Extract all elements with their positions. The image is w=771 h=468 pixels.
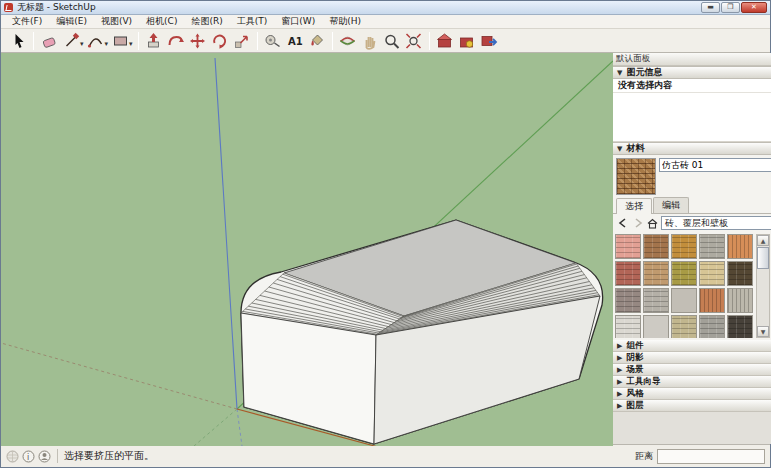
close-button[interactable]: ✕ [741, 2, 767, 13]
credits-icon[interactable]: i [22, 450, 35, 463]
material-swatch-3[interactable] [699, 234, 725, 259]
get-models-tool[interactable] [434, 30, 456, 51]
paint-bucket-tool[interactable] [306, 30, 328, 51]
share-model-tool[interactable] [456, 30, 478, 51]
material-preview[interactable] [616, 158, 656, 195]
tab-select[interactable]: 选择 [616, 198, 652, 214]
material-swatch-15[interactable] [615, 315, 641, 338]
expand-arrow-icon: ▶ [617, 390, 622, 398]
material-swatch-16[interactable] [643, 315, 669, 338]
material-swatch-10[interactable] [615, 288, 641, 313]
material-name-input[interactable] [659, 158, 771, 172]
zoom-extents-tool[interactable] [403, 30, 425, 51]
section-title: 阴影 [626, 352, 643, 364]
entity-info-title: 图元信息 [626, 66, 662, 79]
scroll-up-icon[interactable]: ▲ [757, 235, 769, 246]
menu-item-1[interactable]: 编辑(E) [49, 14, 94, 29]
material-swatch-8[interactable] [699, 261, 725, 286]
scroll-down-icon[interactable]: ▼ [757, 326, 769, 337]
materials-header[interactable]: ▼ 材料 [613, 142, 771, 155]
3d-viewport[interactable] [1, 53, 613, 444]
select-tool[interactable] [7, 30, 29, 51]
menu-item-4[interactable]: 绘图(R) [184, 14, 229, 29]
forward-arrow-icon[interactable] [631, 217, 644, 230]
minimize-button[interactable]: ▬ [701, 2, 720, 13]
arc-tool[interactable] [85, 30, 107, 51]
material-swatch-9[interactable] [727, 261, 753, 286]
menu-item-0[interactable]: 文件(F) [5, 14, 49, 29]
rectangle-dropdown-arrow-icon[interactable]: ▾ [129, 40, 133, 48]
swatch-scrollbar[interactable]: ▲ ▼ [756, 234, 770, 338]
restore-button[interactable]: ❐ [721, 2, 740, 13]
entity-info-header[interactable]: ▼ 图元信息 [613, 66, 771, 79]
section-title: 图层 [626, 400, 643, 412]
tray-header[interactable]: 默认面板 [613, 53, 771, 66]
material-swatch-18[interactable] [699, 315, 725, 338]
line-dropdown-arrow-icon[interactable]: ▾ [80, 40, 84, 48]
expand-arrow-icon: ▶ [617, 366, 622, 374]
move-tool[interactable] [187, 30, 209, 51]
toolbar-separator [33, 32, 34, 50]
arc-dropdown-arrow-icon[interactable]: ▾ [105, 40, 109, 48]
panel-section-0[interactable]: ▶组件 [613, 340, 771, 352]
line-tool[interactable] [60, 30, 82, 51]
material-swatch-4[interactable] [727, 234, 753, 259]
app-window: 无标题 - SketchUp ▬ ❐ ✕ 文件(F)编辑(E)视图(V)相机(C… [0, 0, 771, 468]
menu-item-7[interactable]: 帮助(H) [322, 14, 368, 29]
status-bar: i 选择要挤压的平面。 距离 [1, 444, 770, 467]
orbit-tool[interactable] [337, 30, 359, 51]
material-swatch-2[interactable] [671, 234, 697, 259]
scroll-thumb[interactable] [757, 247, 769, 269]
share-component-tool[interactable] [478, 30, 500, 51]
material-swatch-1[interactable] [643, 234, 669, 259]
material-swatch-12[interactable] [671, 288, 697, 313]
home-icon[interactable] [646, 217, 659, 230]
material-swatch-19[interactable] [727, 315, 753, 338]
geolocation-icon[interactable] [6, 450, 19, 463]
swatch-grid [615, 234, 755, 338]
material-swatch-7[interactable] [671, 261, 697, 286]
collapse-arrow-icon: ▼ [617, 145, 622, 153]
collapsed-panels: ▶组件▶阴影▶场景▶工具向导▶风格▶图层 [613, 340, 771, 412]
scale-tool[interactable] [231, 30, 253, 51]
material-swatch-13[interactable] [699, 288, 725, 313]
title-bar[interactable]: 无标题 - SketchUp ▬ ❐ ✕ [1, 1, 770, 15]
push-pull-tool[interactable] [143, 30, 165, 51]
text-tool[interactable]: A1 [284, 30, 306, 51]
rotate-tool[interactable] [209, 30, 231, 51]
menu-item-5[interactable]: 工具(T) [230, 14, 275, 29]
material-category-dropdown[interactable]: 砖、覆层和壁板 ▼ [661, 216, 771, 230]
menu-item-6[interactable]: 窗口(W) [274, 14, 322, 29]
material-swatch-6[interactable] [643, 261, 669, 286]
zoom-tool[interactable] [381, 30, 403, 51]
category-value: 砖、覆层和壁板 [665, 217, 728, 230]
back-arrow-icon[interactable] [616, 217, 629, 230]
tab-edit[interactable]: 编辑 [653, 197, 689, 213]
default-tray: 默认面板 ▼ 图元信息 没有选择内容 [613, 53, 771, 444]
material-swatch-17[interactable] [671, 315, 697, 338]
section-title: 场景 [626, 364, 643, 376]
eraser-tool[interactable] [38, 30, 60, 51]
menu-item-2[interactable]: 视图(V) [94, 14, 139, 29]
follow-me-tool[interactable] [165, 30, 187, 51]
measurement-input[interactable] [657, 449, 765, 464]
pan-tool[interactable] [359, 30, 381, 51]
rectangle-tool[interactable] [109, 30, 131, 51]
menu-bar: 文件(F)编辑(E)视图(V)相机(C)绘图(R)工具(T)窗口(W)帮助(H) [1, 15, 770, 29]
tape-measure-tool[interactable] [262, 30, 284, 51]
panel-section-1[interactable]: ▶阴影 [613, 352, 771, 364]
material-swatch-14[interactable] [727, 288, 753, 313]
menu-item-3[interactable]: 相机(C) [139, 14, 184, 29]
expand-arrow-icon: ▶ [617, 342, 622, 350]
expand-arrow-icon: ▶ [617, 402, 622, 410]
panel-section-3[interactable]: ▶工具向导 [613, 376, 771, 388]
tray-title: 默认面板 [616, 53, 650, 65]
material-swatch-5[interactable] [615, 261, 641, 286]
toolbar-separator [138, 32, 139, 50]
panel-section-5[interactable]: ▶图层 [613, 400, 771, 412]
panel-section-4[interactable]: ▶风格 [613, 388, 771, 400]
material-swatch-0[interactable] [615, 234, 641, 259]
material-swatch-11[interactable] [643, 288, 669, 313]
panel-section-2[interactable]: ▶场景 [613, 364, 771, 376]
claim-icon[interactable] [38, 450, 51, 463]
